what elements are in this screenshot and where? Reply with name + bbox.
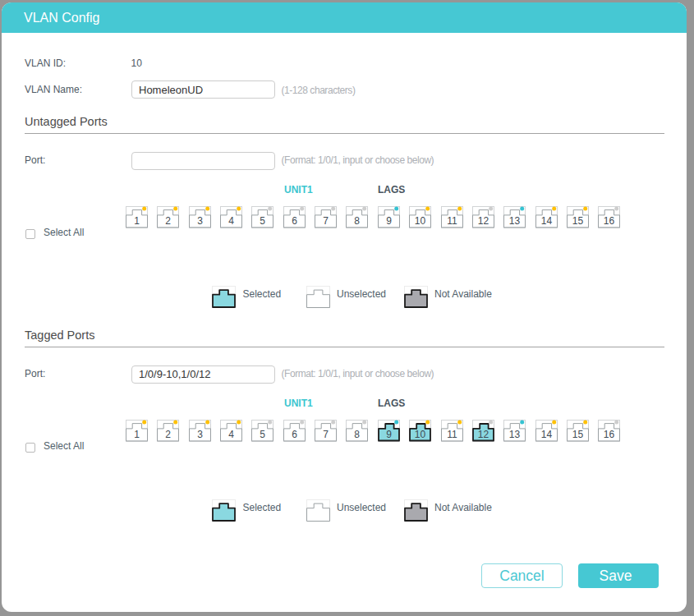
- svg-text:13: 13: [509, 215, 521, 227]
- svg-text:4: 4: [228, 429, 234, 440]
- svg-text:3: 3: [197, 215, 203, 227]
- svg-text:7: 7: [323, 429, 329, 440]
- svg-text:11: 11: [447, 215, 457, 227]
- svg-text:15: 15: [572, 215, 584, 227]
- svg-text:9: 9: [386, 429, 392, 440]
- svg-text:3: 3: [197, 429, 203, 440]
- svg-text:4: 4: [228, 215, 234, 227]
- svg-text:10: 10: [415, 215, 426, 227]
- svg-text:5: 5: [260, 215, 265, 227]
- svg-text:6: 6: [292, 429, 297, 440]
- svg-text:11: 11: [447, 429, 457, 440]
- svg-text:13: 13: [509, 429, 521, 440]
- svg-text:12: 12: [478, 429, 489, 440]
- svg-text:12: 12: [478, 215, 489, 227]
- svg-text:7: 7: [323, 215, 329, 227]
- svg-text:8: 8: [354, 429, 360, 440]
- svg-text:14: 14: [541, 429, 553, 440]
- svg-text:1: 1: [134, 215, 140, 227]
- svg-text:8: 8: [354, 215, 360, 227]
- svg-text:1: 1: [134, 429, 140, 440]
- svg-text:10: 10: [415, 429, 426, 440]
- svg-text:6: 6: [292, 215, 297, 227]
- svg-text:2: 2: [165, 215, 171, 227]
- svg-text:2: 2: [165, 429, 171, 440]
- svg-text:14: 14: [541, 215, 553, 227]
- svg-text:16: 16: [604, 429, 615, 440]
- svg-text:9: 9: [386, 215, 392, 227]
- svg-text:5: 5: [260, 429, 265, 440]
- svg-text:15: 15: [572, 429, 584, 440]
- svg-text:16: 16: [604, 215, 615, 227]
